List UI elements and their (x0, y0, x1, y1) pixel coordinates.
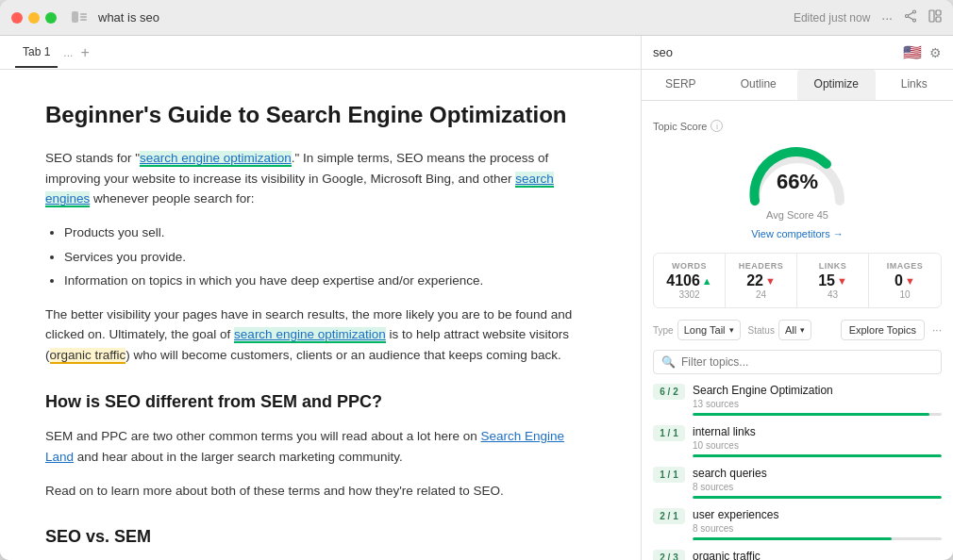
type-select[interactable]: Long Tail ▾ (677, 320, 741, 340)
gauge-chart: 66% (741, 140, 854, 206)
right-panel: 🇺🇸 ⚙ SERP Outline Optimize Links (642, 36, 953, 560)
view-competitors-link[interactable]: View competitors → (751, 228, 844, 239)
topic-badge: 6 / 2 (653, 384, 685, 400)
topic-info: search queries 8 sources (693, 467, 942, 499)
topic-name: organic traffic (693, 550, 942, 560)
share-icon[interactable] (904, 9, 917, 25)
traffic-lights (11, 12, 57, 24)
tab-1-dots[interactable]: ... (63, 46, 73, 59)
paragraph-1: SEO stands for "search engine optimizati… (45, 148, 595, 209)
topic-bar (693, 413, 942, 416)
stat-images: IMAGES 0 ▼ 10 (869, 254, 941, 307)
list-item: Information on topics in which you have … (64, 271, 595, 291)
document-heading: Beginner's Guide to Search Engine Optimi… (45, 100, 595, 129)
topic-name: user experiences (693, 508, 942, 521)
svg-rect-2 (80, 16, 87, 18)
svg-rect-9 (929, 10, 934, 22)
list-item: Services you provide. (64, 247, 595, 268)
topic-badge: 1 / 1 (653, 425, 685, 441)
topic-score-label: Topic Score i (653, 120, 942, 132)
title-bar: what is seo Edited just now ··· (0, 0, 953, 36)
more-options[interactable]: ··· (881, 10, 893, 25)
topic-bar (693, 454, 942, 457)
headers-arrow: ▼ (765, 275, 776, 287)
maximize-button[interactable] (45, 12, 57, 24)
topic-item: 1 / 1 search queries 8 sources (653, 467, 942, 499)
tab-links[interactable]: Links (876, 70, 954, 100)
type-label: Type (653, 325, 674, 336)
tab-serp[interactable]: SERP (642, 70, 720, 100)
seo-link-2[interactable]: search engine optimization (234, 327, 386, 343)
topic-sources: 8 sources (693, 523, 942, 534)
topic-info: Search Engine Optimization 13 sources (693, 384, 942, 416)
organic-traffic-link[interactable]: organic traffic (50, 348, 126, 364)
explore-topics-button[interactable]: Explore Topics (841, 320, 925, 340)
filter-topics-input[interactable] (681, 355, 933, 369)
stats-row: WORDS 4106 ▲ 3302 HEADERS 22 ▼ 24 (653, 253, 942, 308)
panel-tabs: SERP Outline Optimize Links (642, 70, 953, 101)
status-select[interactable]: All ▾ (778, 320, 811, 340)
topic-sources: 8 sources (693, 482, 942, 492)
topic-item: 1 / 1 internal links 10 sources (653, 425, 942, 457)
list-item: Products you sell. (64, 222, 595, 243)
avg-score: Avg Score 45 (653, 209, 942, 221)
topic-info: user experiences 8 sources (693, 508, 942, 540)
topic-score-section: Topic Score i 66% A (653, 112, 942, 253)
svg-line-8 (908, 17, 913, 20)
bullet-list: Products you sell. Services you provide.… (64, 222, 595, 291)
tab-outline[interactable]: Outline (720, 70, 798, 100)
title-bar-actions: Edited just now ··· (794, 9, 942, 25)
add-tab-button[interactable]: + (80, 44, 89, 61)
svg-rect-11 (936, 17, 941, 22)
filter-input-wrap: 🔍 (653, 350, 942, 374)
tab-1[interactable]: Tab 1 (15, 38, 58, 68)
images-arrow: ▼ (905, 275, 915, 287)
topic-info: internal links 10 sources (693, 425, 942, 457)
paragraph-4: Read on to learn more about both of thes… (45, 481, 595, 502)
topic-name: search queries (693, 467, 942, 480)
keyword-search-input[interactable] (653, 45, 895, 59)
seo-link-1[interactable]: search engine optimization (140, 151, 292, 167)
minimize-button[interactable] (28, 12, 40, 24)
editor-panel: Tab 1 ... + Beginner's Guide to Search E… (0, 36, 642, 560)
svg-rect-10 (936, 10, 941, 15)
search-icon: 🔍 (661, 355, 676, 369)
sidebar-toggle[interactable] (72, 10, 87, 25)
more-options-btn[interactable]: ··· (932, 323, 942, 337)
svg-rect-1 (80, 13, 87, 15)
stat-headers: HEADERS 22 ▼ 24 (726, 254, 797, 307)
svg-rect-0 (72, 11, 78, 23)
links-arrow: ▼ (837, 275, 847, 287)
paragraph-3: SEM and PPC are two other common terms y… (45, 426, 595, 467)
topic-bar-fill (693, 413, 929, 416)
topic-sources: 10 sources (693, 440, 942, 451)
flag-icon: 🇺🇸 (903, 43, 922, 61)
settings-icon[interactable]: ⚙ (929, 45, 942, 60)
info-icon[interactable]: i (711, 120, 723, 132)
panel-content: Topic Score i 66% A (642, 101, 953, 560)
paragraph-2: The better visibility your pages have in… (45, 305, 595, 366)
topic-badge: 1 / 1 (653, 467, 685, 483)
topic-bar (693, 496, 942, 499)
words-arrow: ▲ (702, 275, 712, 287)
heading-2-2: SEO vs. SEM (45, 523, 595, 551)
topic-bar-fill (693, 537, 892, 540)
topics-list: 6 / 2 Search Engine Optimization 13 sour… (653, 384, 942, 560)
topic-info: organic traffic (693, 550, 942, 560)
topic-bar-fill (693, 496, 942, 499)
controls-row: Type Long Tail ▾ Status All ▾ Explore To… (653, 320, 942, 340)
topic-bar (693, 537, 942, 540)
svg-point-6 (906, 15, 909, 18)
topic-bar-fill (693, 454, 942, 457)
tabs-bar: Tab 1 ... + (0, 36, 641, 70)
document-title: what is seo (98, 10, 159, 25)
edited-status: Edited just now (794, 11, 870, 25)
app-window: what is seo Edited just now ··· Tab 1 ..… (0, 0, 953, 560)
topic-item: 2 / 1 user experiences 8 sources (653, 508, 942, 540)
tab-optimize[interactable]: Optimize (797, 70, 876, 100)
svg-line-7 (908, 12, 913, 15)
main-content: Tab 1 ... + Beginner's Guide to Search E… (0, 36, 953, 560)
right-search-bar: 🇺🇸 ⚙ (642, 36, 953, 70)
layout-icon[interactable] (928, 9, 942, 25)
close-button[interactable] (11, 12, 23, 24)
